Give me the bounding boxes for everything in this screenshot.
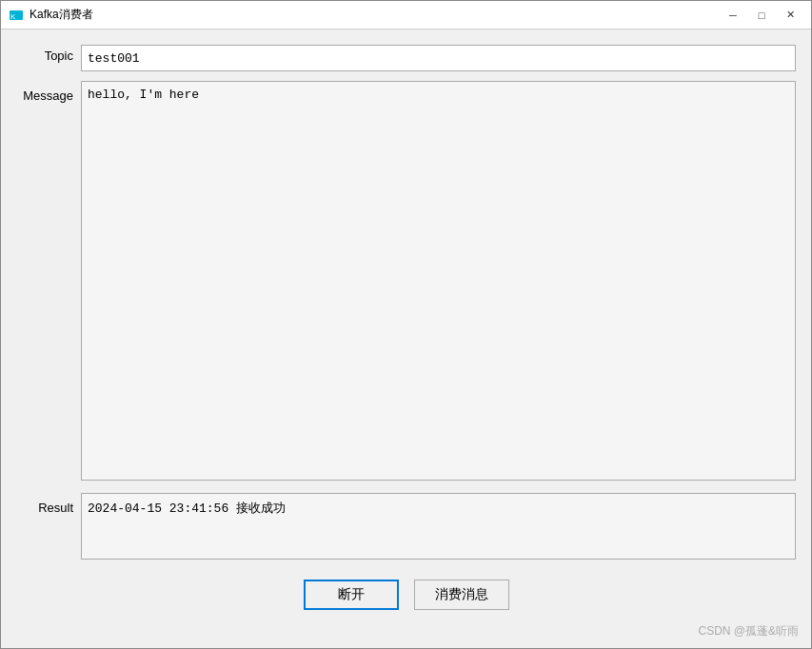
message-textarea[interactable]: [81, 81, 796, 481]
minimize-button[interactable]: ─: [720, 5, 746, 26]
message-row: Message: [16, 81, 796, 483]
result-label: Result: [16, 493, 73, 515]
content-area: Topic Message Result: [1, 30, 811, 648]
result-row: Result: [16, 493, 796, 562]
message-label: Message: [16, 81, 73, 103]
app-icon: K: [9, 8, 24, 23]
main-window: K Kafka消费者 ─ □ ✕ Topic Messag: [0, 0, 812, 649]
close-button[interactable]: ✕: [777, 5, 803, 26]
disconnect-button[interactable]: 断开: [304, 580, 399, 610]
topic-input[interactable]: [81, 45, 796, 71]
maximize-button[interactable]: □: [748, 5, 775, 26]
topic-row: Topic: [16, 45, 796, 71]
title-bar: K Kafka消费者 ─ □ ✕: [1, 1, 811, 30]
watermark: CSDN @孤蓬&听雨: [698, 623, 799, 639]
window-title: Kafka消费者: [30, 7, 93, 23]
topic-label: Topic: [16, 45, 73, 63]
result-textarea[interactable]: [81, 493, 796, 560]
buttons-row: 断开 消费消息: [16, 572, 796, 614]
svg-text:K: K: [10, 12, 16, 21]
consume-button[interactable]: 消费消息: [414, 580, 509, 610]
